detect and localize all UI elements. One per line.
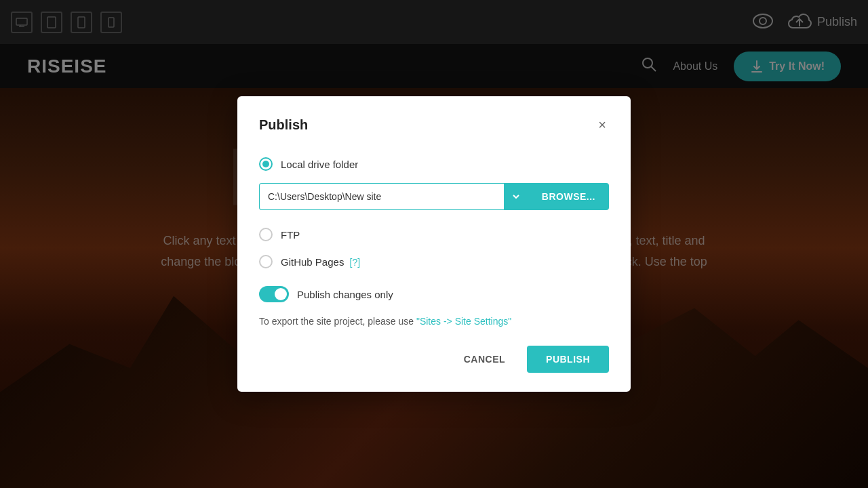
github-label: GitHub Pages [?] (281, 256, 360, 268)
publish-changes-label: Publish changes only (297, 289, 393, 300)
modal-close-button[interactable]: × (595, 115, 609, 134)
browse-button[interactable]: BROWSE... (528, 183, 609, 210)
publish-changes-toggle[interactable] (259, 286, 289, 302)
ftp-label: FTP (281, 229, 300, 241)
export-notice: To export the site project, please use "… (259, 316, 609, 327)
modal-title: Publish (259, 117, 308, 133)
github-help-link[interactable]: [?] (350, 257, 361, 268)
publish-modal: Publish × Local drive folder BROWSE... F… (237, 96, 631, 392)
modal-header: Publish × (259, 115, 609, 134)
path-row: BROWSE... (259, 183, 609, 210)
modal-footer: CANCEL PUBLISH (259, 346, 609, 373)
github-radio[interactable] (259, 255, 273, 268)
publish-button[interactable]: PUBLISH (527, 346, 609, 373)
path-input[interactable] (259, 183, 504, 210)
ftp-option[interactable]: FTP (259, 221, 609, 248)
export-link[interactable]: "Sites -> Site Settings" (416, 316, 511, 327)
github-pages-option[interactable]: GitHub Pages [?] (259, 248, 609, 275)
publish-changes-toggle-row: Publish changes only (259, 286, 609, 302)
local-drive-radio[interactable] (259, 157, 273, 171)
local-drive-option[interactable]: Local drive folder (259, 150, 609, 178)
local-drive-label: Local drive folder (281, 159, 358, 170)
ftp-radio[interactable] (259, 228, 273, 241)
cancel-button[interactable]: CANCEL (453, 347, 516, 371)
export-notice-text: To export the site project, please use (259, 316, 416, 327)
path-dropdown-button[interactable] (504, 183, 528, 210)
